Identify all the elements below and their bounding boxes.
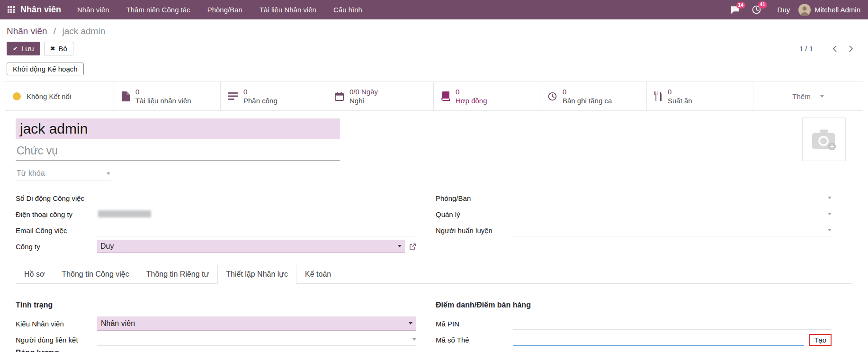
close-icon: ✖ (50, 45, 55, 52)
manager-label: Quản lý (436, 210, 513, 218)
tab-thong-tin-cong-viec[interactable]: Thông tin Công việc (53, 265, 137, 284)
calendar-icon (335, 92, 344, 101)
contracts-stat-button[interactable]: 0 Hợp đồng (434, 82, 540, 110)
job-position-input[interactable]: Chức vụ (16, 139, 340, 161)
pin-field: Mã PIN (436, 316, 832, 332)
user-menu[interactable]: Mitchell Admin (798, 4, 860, 16)
manager-input[interactable] (513, 208, 832, 220)
status-section-header: Tình trạng (16, 301, 416, 309)
discard-button-label: Bỏ (59, 45, 67, 53)
chevron-left-icon (832, 45, 837, 52)
contracts-count: 0 (456, 87, 487, 97)
more-stat-button[interactable]: Thêm (753, 82, 863, 110)
menu-item-cau-hinh[interactable]: Cấu hình (333, 6, 362, 14)
apps-menu-button[interactable] (8, 6, 15, 13)
pager-count: 1 / 1 (799, 45, 813, 53)
pager-next-button[interactable] (843, 44, 859, 54)
assignments-count: 0 (243, 87, 277, 97)
tab-ho-so[interactable]: Hồ sơ (16, 265, 53, 284)
employee-type-field: Kiểu Nhân viên Nhân viên (16, 316, 416, 332)
employee-type-select[interactable]: Nhân viên (97, 316, 416, 331)
leaves-count: 0/0 Ngày (349, 87, 378, 97)
manager-field: Quản lý (436, 206, 832, 222)
apps-grid-icon (8, 6, 15, 13)
statusbar: Khởi động Kế hoạch (0, 58, 868, 81)
more-label: Thêm (792, 92, 810, 100)
user-name: Mitchell Admin (814, 6, 860, 14)
menu-item-phong-ban[interactable]: Phòng/Ban (207, 6, 242, 14)
work-email-field: Email Công việc (16, 222, 416, 238)
breadcrumb-parent-link[interactable]: Nhân viên (7, 26, 47, 36)
right-field-group: Phòng/Ban Quản lý Người huấn luyện (436, 190, 832, 254)
pager-previous-button[interactable] (826, 44, 843, 54)
activities-badge: 41 (758, 1, 767, 9)
employee-type-label: Kiểu Nhân viên (16, 320, 97, 328)
work-mobile-label: Số Di động Công việc (16, 194, 97, 202)
file-icon (122, 91, 130, 101)
badge-input[interactable] (513, 334, 804, 346)
related-user-input[interactable] (97, 334, 416, 346)
meals-stat-button[interactable]: 0 Suất ăn (647, 82, 753, 110)
attendance-section-header: Điểm danh/Điểm bán hàng (436, 301, 832, 309)
pin-input[interactable] (513, 318, 832, 330)
work-mobile-field: Số Di động Công việc (16, 190, 416, 206)
breadcrumb: Nhân viên / jack admin (0, 19, 868, 37)
company-external-link-button[interactable] (409, 243, 416, 250)
control-panel: ✔ Lưu ✖ Bỏ 1 / 1 (0, 37, 868, 58)
tab-thiet-lap-nhan-luc[interactable]: Thiết lập Nhân lực (217, 265, 296, 284)
company-field: Công ty Duy (16, 238, 416, 254)
work-mobile-input[interactable] (97, 192, 416, 204)
overtime-count: 0 (563, 87, 612, 97)
department-field: Phòng/Ban (436, 190, 832, 206)
tags-input[interactable]: Từ khóa (16, 168, 111, 181)
company-switcher[interactable]: Duy (778, 6, 790, 14)
employee-type-value: Nhân viên (101, 319, 135, 328)
coach-input[interactable] (513, 225, 832, 236)
presence-dot-icon (13, 92, 21, 100)
work-phone-input[interactable] (97, 208, 416, 220)
chevron-right-icon (849, 45, 853, 52)
department-input[interactable] (513, 192, 832, 204)
contracts-label: Hợp đồng (456, 96, 487, 106)
tab-ke-toan[interactable]: Kế toán (296, 265, 340, 284)
work-email-input[interactable] (97, 225, 416, 236)
book-icon (441, 91, 450, 101)
photo-upload[interactable] (802, 117, 846, 161)
activities-button[interactable]: 41 (752, 5, 761, 14)
main-menu: Nhân viên Thâm niên Công tác Phòng/Ban T… (77, 6, 362, 14)
assignments-stat-button[interactable]: 0 Phân công (221, 82, 327, 110)
form-sheet: Không Kết nối 0 Tài liệu nhân viên 0 Phâ… (5, 81, 863, 352)
meals-count: 0 (668, 87, 692, 97)
menu-item-tai-lieu[interactable]: Tài liệu Nhân viên (260, 6, 316, 14)
breadcrumb-current: jack admin (62, 26, 105, 36)
overtime-stat-button[interactable]: 0 Bản ghi tăng ca (540, 82, 647, 110)
contact-field-groups: Số Di động Công việc Điện thoại công ty … (16, 190, 852, 254)
launch-plan-button[interactable]: Khởi động Kế hoạch (7, 63, 84, 75)
caret-down-icon (828, 197, 832, 199)
generate-badge-button[interactable]: Tạo (809, 334, 832, 346)
work-email-label: Email Công việc (16, 226, 97, 235)
pager: 1 / 1 (799, 44, 861, 54)
badge-label: Mã số Thẻ (436, 336, 513, 344)
discard-button[interactable]: ✖ Bỏ (44, 42, 73, 55)
presence-status: Không Kết nối (5, 82, 114, 110)
top-navbar: Nhân viên Nhân viên Thâm niên Công tác P… (0, 0, 868, 19)
tags-placeholder: Từ khóa (17, 169, 45, 178)
app-brand[interactable]: Nhân viên (20, 5, 61, 15)
company-input[interactable]: Duy (97, 240, 405, 253)
tab-thong-tin-rieng-tu[interactable]: Thông tin Riêng tư (138, 265, 218, 284)
caret-down-icon (409, 322, 412, 325)
employee-name-input[interactable]: jack admin (16, 118, 340, 139)
menu-item-nhan-vien[interactable]: Nhân viên (77, 6, 109, 14)
related-user-field: Người dùng liên kết (16, 332, 416, 348)
camera-icon (810, 127, 838, 152)
documents-stat-button[interactable]: 0 Tài liệu nhân viên (114, 82, 221, 110)
leaves-stat-button[interactable]: 0/0 Ngày Nghỉ (327, 82, 434, 110)
breadcrumb-separator: / (54, 26, 56, 36)
stat-button-row: Không Kết nối 0 Tài liệu nhân viên 0 Phâ… (5, 82, 863, 111)
pin-label: Mã PIN (436, 320, 513, 328)
messages-button[interactable]: 14 (730, 6, 740, 14)
menu-item-tham-nien[interactable]: Thâm niên Công tác (126, 6, 190, 14)
work-phone-redacted-value (98, 210, 151, 217)
save-button[interactable]: ✔ Lưu (7, 42, 40, 55)
